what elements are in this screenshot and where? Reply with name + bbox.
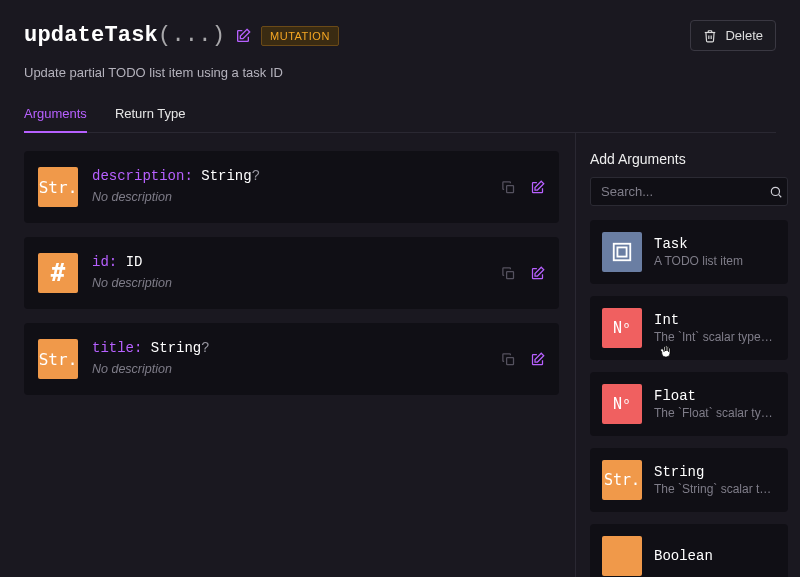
svg-rect-1 xyxy=(507,271,514,278)
type-card-text: FloatThe `Float` scalar ty… xyxy=(654,388,776,420)
type-card[interactable]: Str.StringThe `String` scalar t… xyxy=(590,448,788,512)
edit-icon[interactable] xyxy=(530,352,545,367)
argument-name: title: xyxy=(92,340,142,356)
argument-description: No description xyxy=(92,275,487,293)
type-tile-icon: Str. xyxy=(602,460,642,500)
type-tile-icon xyxy=(602,232,642,272)
type-card-text: TaskA TODO list item xyxy=(654,236,776,268)
edit-icon[interactable] xyxy=(530,180,545,195)
type-card[interactable]: NᵒFloatThe `Float` scalar ty… xyxy=(590,372,788,436)
argument-optional: ? xyxy=(252,168,260,184)
argument-text: title: String?No description xyxy=(92,339,487,378)
type-name: Task xyxy=(654,236,776,252)
argument-row: Str.title: String?No description xyxy=(24,323,559,395)
arguments-list: Str.description: String?No description#i… xyxy=(0,133,575,577)
row-actions xyxy=(501,266,545,281)
type-description: The `String` scalar t… xyxy=(654,482,776,496)
type-card-text: StringThe `String` scalar t… xyxy=(654,464,776,496)
argument-text: id: IDNo description xyxy=(92,253,487,292)
type-cards: TaskA TODO list itemNᵒIntThe `Int` scala… xyxy=(590,220,788,577)
body: Str.description: String?No description#i… xyxy=(0,133,800,577)
mutation-badge: MUTATION xyxy=(261,26,339,46)
type-name: String xyxy=(654,464,776,480)
svg-rect-6 xyxy=(617,247,626,256)
type-card-text: Boolean xyxy=(654,548,776,564)
delete-label: Delete xyxy=(725,28,763,43)
tab-arguments[interactable]: Arguments xyxy=(24,106,87,133)
argument-name: id: xyxy=(92,254,117,270)
add-arguments-heading: Add Arguments xyxy=(590,151,788,167)
search-input-wrap[interactable] xyxy=(590,177,788,206)
add-arguments-panel: Add Arguments TaskA TODO list itemNᵒIntT… xyxy=(575,133,800,577)
argument-text: description: String?No description xyxy=(92,167,487,206)
type-name: Float xyxy=(654,388,776,404)
svg-line-4 xyxy=(779,194,782,197)
argument-signature: id: ID xyxy=(92,253,487,273)
copy-icon[interactable] xyxy=(501,352,516,367)
type-card[interactable]: Boolean xyxy=(590,524,788,577)
tabs: Arguments Return Type xyxy=(24,106,776,133)
argument-optional: ? xyxy=(201,340,209,356)
delete-button[interactable]: Delete xyxy=(690,20,776,51)
edit-title-icon[interactable] xyxy=(235,28,251,44)
tab-return-type[interactable]: Return Type xyxy=(115,106,186,132)
svg-rect-2 xyxy=(507,357,514,364)
argument-type: ID xyxy=(126,254,143,270)
page-title: updateTask(...) xyxy=(24,23,225,48)
copy-icon[interactable] xyxy=(501,180,516,195)
argument-row: #id: IDNo description xyxy=(24,237,559,309)
title-fn: updateTask xyxy=(24,23,158,48)
argument-description: No description xyxy=(92,189,487,207)
argument-name: description: xyxy=(92,168,193,184)
type-tile-icon: Str. xyxy=(38,339,78,379)
search-input[interactable] xyxy=(601,184,769,199)
type-tile-icon: # xyxy=(38,253,78,293)
type-name: Int xyxy=(654,312,776,328)
header: updateTask(...) MUTATION Delete Update p… xyxy=(0,0,800,133)
type-tile-icon: Nᵒ xyxy=(602,308,642,348)
type-card[interactable]: TaskA TODO list item xyxy=(590,220,788,284)
title-args: (...) xyxy=(158,23,225,48)
argument-type: String xyxy=(201,168,251,184)
search-icon xyxy=(769,185,783,199)
type-tile-icon: Nᵒ xyxy=(602,384,642,424)
type-description: A TODO list item xyxy=(654,254,776,268)
argument-row: Str.description: String?No description xyxy=(24,151,559,223)
type-description: The `Int` scalar type … xyxy=(654,330,776,344)
type-card-text: IntThe `Int` scalar type … xyxy=(654,312,776,344)
title-row: updateTask(...) MUTATION Delete xyxy=(24,20,776,51)
row-actions xyxy=(501,180,545,195)
argument-signature: title: String? xyxy=(92,339,487,359)
argument-description: No description xyxy=(92,361,487,379)
type-name: Boolean xyxy=(654,548,776,564)
argument-signature: description: String? xyxy=(92,167,487,187)
copy-icon[interactable] xyxy=(501,266,516,281)
svg-point-3 xyxy=(771,187,779,195)
argument-type: String xyxy=(151,340,201,356)
page-description: Update partial TODO list item using a ta… xyxy=(24,65,776,80)
type-card[interactable]: NᵒIntThe `Int` scalar type … xyxy=(590,296,788,360)
trash-icon xyxy=(703,29,717,43)
type-tile-icon: Str. xyxy=(38,167,78,207)
svg-rect-5 xyxy=(614,244,631,261)
svg-rect-0 xyxy=(507,185,514,192)
type-tile-icon xyxy=(602,536,642,576)
edit-icon[interactable] xyxy=(530,266,545,281)
row-actions xyxy=(501,352,545,367)
type-description: The `Float` scalar ty… xyxy=(654,406,776,420)
